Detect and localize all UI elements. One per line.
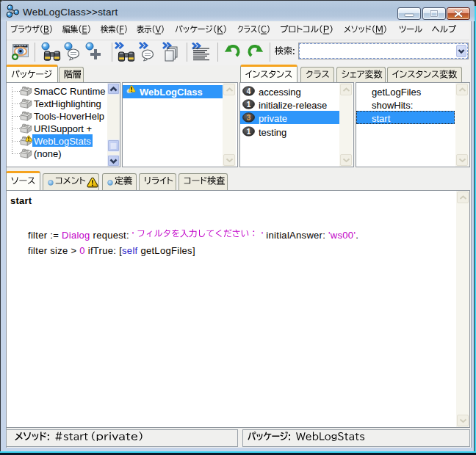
svg-text:1: 1 [247, 128, 251, 136]
svg-text:3: 3 [247, 114, 251, 122]
svg-text:4: 4 [247, 87, 251, 95]
svg-text:1: 1 [247, 101, 251, 109]
